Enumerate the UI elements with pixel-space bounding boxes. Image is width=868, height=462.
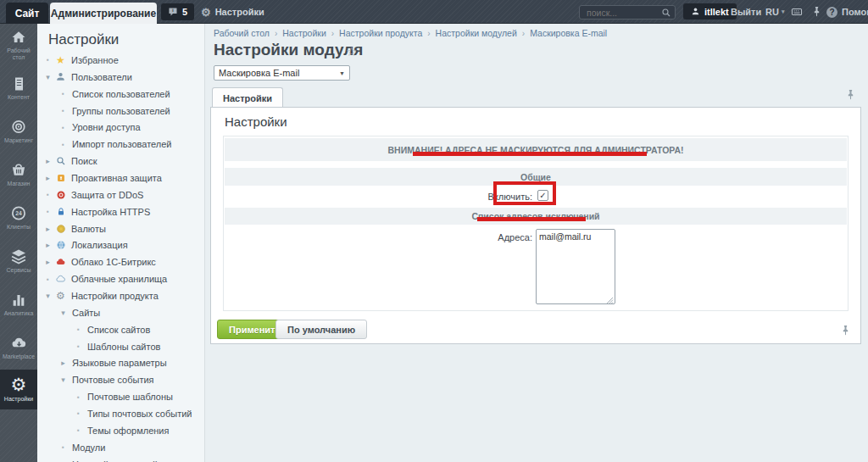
rail-item-content[interactable]: Контент bbox=[0, 67, 37, 110]
favorite-star-icon[interactable]: ☆ bbox=[346, 44, 357, 59]
hotkeys-icon[interactable] bbox=[791, 6, 803, 18]
collapse-marker[interactable]: ▸ bbox=[42, 258, 53, 266]
rail-item-analytics[interactable]: Аналитика bbox=[0, 283, 37, 326]
sidebar-item-https-settings[interactable]: ▪ Настройка HTTPS bbox=[37, 203, 205, 220]
collapse-marker[interactable]: ▸ bbox=[42, 157, 53, 165]
collapse-marker[interactable]: ▾ bbox=[42, 73, 53, 81]
lock-icon bbox=[53, 207, 68, 217]
rail-item-marketplace[interactable]: Marketplace bbox=[0, 326, 37, 370]
sidebar-item-bitrix-cloud[interactable]: ▸ Облако 1С-Битрикс bbox=[37, 253, 205, 270]
topbar-settings-button[interactable]: ⚙ Настройки bbox=[201, 0, 264, 24]
sidebar-item-site-templates[interactable]: ▪ Шаблоны сайтов bbox=[37, 338, 205, 355]
collapse-marker[interactable]: ▸ bbox=[42, 174, 53, 182]
breadcrumb-link[interactable]: Настройки модулей bbox=[436, 28, 517, 38]
sidebar-item-module-settings[interactable]: ▪ Настройки модулей bbox=[37, 456, 205, 462]
sidebar-item-design-themes[interactable]: ▪ Темы оформления bbox=[37, 422, 205, 439]
sidebar-item-product-settings[interactable]: ▾ ⚙ Настройки продукта bbox=[37, 287, 205, 304]
tab-administration[interactable]: Администрирование bbox=[50, 3, 157, 24]
warning-banner: ВНИМАНИЕ! АДРЕСА НЕ МАСКИРУЮТСЯ ДЛЯ АДМИ… bbox=[225, 138, 847, 161]
search-input[interactable] bbox=[585, 7, 661, 19]
breadcrumb-link[interactable]: Рабочий стол bbox=[214, 28, 270, 38]
addresses-label: Адреса: bbox=[225, 232, 532, 242]
sidebar-title: Настройки bbox=[48, 31, 119, 48]
settings-tree: ▪ ★ Избранное ▾ Пользователи ▪ Список по… bbox=[37, 52, 205, 462]
help-button[interactable]: ? Помощь bbox=[826, 0, 868, 24]
sidebar-item-mail-event-types[interactable]: ▪ Типы почтовых событий bbox=[37, 405, 205, 422]
sidebar-item-proactive-protection[interactable]: ▸ Проактивная защита bbox=[37, 170, 205, 186]
user-menu-button[interactable]: itllekt bbox=[683, 3, 737, 19]
logout-link[interactable]: Выйти bbox=[731, 0, 761, 24]
sidebar-item-favorites[interactable]: ▪ ★ Избранное bbox=[37, 52, 205, 69]
language-selector[interactable]: RU ▾ bbox=[765, 0, 784, 24]
sidebar-item-access-levels[interactable]: ▪ Уровни доступа bbox=[37, 119, 205, 136]
settings-sidebar: Настройки ▪ ★ Избранное ▾ Пользователи ▪… bbox=[37, 24, 205, 462]
collapse-marker[interactable]: ▸ bbox=[42, 241, 53, 249]
rail-item-clients[interactable]: Клиенты bbox=[0, 197, 37, 240]
rail-item-shop[interactable]: Магазин bbox=[0, 153, 37, 197]
breadcrumb-link[interactable]: Настройки bbox=[282, 28, 326, 38]
addresses-row: Адреса: mail@mail.ru bbox=[225, 225, 847, 310]
breadcrumb: Рабочий стол › Настройки › Настройки про… bbox=[214, 28, 607, 38]
sidebar-item-sites[interactable]: ▾ Сайты bbox=[37, 304, 205, 321]
bullet-marker: ▪ bbox=[58, 90, 69, 97]
bullet-marker: ▪ bbox=[42, 56, 53, 64]
sidebar-item-mail-templates[interactable]: ▪ Почтовые шаблоны bbox=[37, 388, 205, 405]
breadcrumb-separator: › bbox=[275, 29, 277, 38]
page-title: Настройки модуля bbox=[214, 41, 363, 59]
pin-icon[interactable] bbox=[811, 6, 822, 17]
collapse-marker[interactable]: ▸ bbox=[42, 225, 53, 233]
pin-icon[interactable] bbox=[840, 325, 851, 336]
pin-icon[interactable] bbox=[845, 89, 856, 100]
rail-item-desktop[interactable]: Рабочий стол bbox=[0, 24, 37, 67]
cart-icon bbox=[10, 162, 27, 178]
user-icon bbox=[53, 71, 68, 82]
sidebar-item-site-list[interactable]: ▪ Список сайтов bbox=[37, 321, 205, 338]
bullet-marker: ▪ bbox=[73, 393, 84, 401]
sidebar-item-mail-events[interactable]: ▾ Почтовые события bbox=[37, 371, 205, 388]
enable-label: Включить: bbox=[225, 192, 532, 202]
enable-checkbox[interactable]: ✓ bbox=[537, 190, 548, 201]
bullet-marker: ▪ bbox=[58, 443, 69, 451]
tab-site[interactable]: Сайт bbox=[6, 3, 48, 24]
default-button[interactable]: По умолчанию bbox=[275, 320, 367, 339]
search-icon bbox=[53, 156, 68, 166]
sidebar-item-search[interactable]: ▸ Поиск bbox=[37, 153, 205, 170]
document-icon bbox=[11, 76, 27, 92]
search-icon[interactable] bbox=[661, 8, 671, 18]
collapse-marker[interactable]: ▾ bbox=[42, 292, 53, 300]
enable-row: Включить: ✓ bbox=[225, 186, 847, 208]
addresses-textarea[interactable]: mail@mail.ru bbox=[536, 229, 615, 304]
collapse-marker[interactable]: ▾ bbox=[58, 376, 69, 384]
rail-item-services[interactable]: Сервисы bbox=[0, 240, 37, 283]
sidebar-item-ddos-protection[interactable]: ▪ Защита от DDoS bbox=[37, 186, 205, 203]
question-icon: ? bbox=[826, 7, 837, 18]
sidebar-item-users[interactable]: ▾ Пользователи bbox=[37, 69, 205, 86]
breadcrumb-link[interactable]: Настройки продукта bbox=[339, 28, 422, 38]
shield-icon bbox=[53, 173, 68, 183]
sidebar-item-user-groups[interactable]: ▪ Группы пользователей bbox=[37, 103, 205, 120]
chevron-down-icon: ▼ bbox=[339, 70, 345, 76]
collapse-marker[interactable]: ▸ bbox=[58, 359, 69, 367]
sidebar-item-cloud-storage[interactable]: ▪ Облачные хранилища bbox=[37, 270, 205, 287]
coin-icon bbox=[53, 224, 68, 234]
topbar-settings-label: Настройки bbox=[215, 7, 264, 17]
sidebar-item-language-params[interactable]: ▸ Языковые параметры bbox=[37, 354, 205, 371]
sidebar-item-localization[interactable]: ▸ Локализация bbox=[37, 237, 205, 253]
settings-panel: Настройки ВНИМАНИЕ! АДРЕСА НЕ МАСКИРУЮТС… bbox=[210, 107, 861, 344]
breadcrumb-separator: › bbox=[331, 29, 334, 38]
sidebar-item-user-list[interactable]: ▪ Список пользователей bbox=[37, 86, 205, 103]
rail-item-settings[interactable]: ⚙ Настройки bbox=[0, 370, 37, 409]
sidebar-item-currencies[interactable]: ▸ Валюты bbox=[37, 220, 205, 237]
module-select[interactable]: Маскировка E-mail ▼ bbox=[214, 65, 350, 81]
sidebar-item-modules[interactable]: ▪ Модули bbox=[37, 439, 205, 456]
rail-item-marketing[interactable]: Маркетинг bbox=[0, 110, 37, 153]
sidebar-item-user-import[interactable]: ▪ Импорт пользователей bbox=[37, 136, 205, 153]
clients-24-icon bbox=[10, 205, 27, 221]
admin-page: Сайт Администрирование 5 ⚙ Настройки itl… bbox=[0, 0, 868, 462]
notifications-counter[interactable]: 5 bbox=[161, 3, 194, 20]
tab-settings[interactable]: Настройки bbox=[212, 87, 283, 108]
bar-chart-icon bbox=[10, 292, 27, 308]
bullet-marker: ▪ bbox=[42, 276, 53, 283]
collapse-marker[interactable]: ▾ bbox=[58, 309, 69, 317]
layers-icon bbox=[10, 248, 27, 264]
